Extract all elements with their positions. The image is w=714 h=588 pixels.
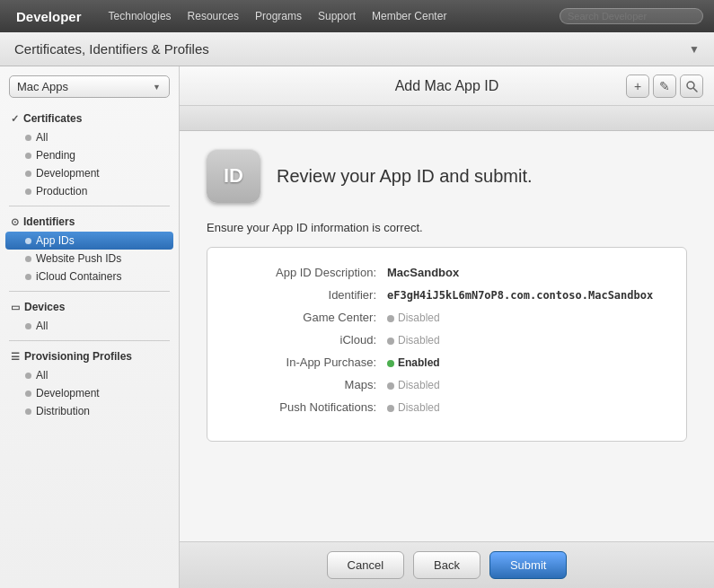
sidebar-section-identifiers[interactable]: ⊙ Identifiers — [0, 212, 179, 232]
sidebar-item-certs-all[interactable]: All — [0, 128, 179, 146]
label-game-center: Game Center: — [234, 311, 387, 324]
info-row-maps: Maps: Disabled — [234, 378, 659, 391]
content-footer: Cancel Back Submit — [180, 541, 714, 588]
svg-line-1 — [694, 88, 698, 92]
info-row-icloud: iCloud: Disabled — [234, 333, 659, 347]
content-area: Add Mac App ID + ✎ ID Revi — [180, 66, 714, 588]
brand-name: Developer — [16, 9, 82, 24]
sidebar-section-identifiers-label: Identifiers — [23, 215, 75, 228]
info-row-game-center: Game Center: Disabled — [234, 311, 659, 324]
label-in-app-purchase: In-App Purchase: — [234, 355, 387, 369]
submit-button[interactable]: Submit — [489, 551, 567, 579]
nav-technologies[interactable]: Technologies — [109, 10, 172, 22]
sub-header-title: Certificates, Identifiers & Profiles — [14, 41, 209, 57]
sidebar-item-profiles-distribution[interactable]: Distribution — [0, 402, 179, 420]
brand-logo: Developer — [11, 9, 82, 24]
info-row-identifier: Identifier: eF3gH4iJ5kL6mN7oP8.com.conto… — [234, 288, 659, 302]
content-body: ID Review your App ID and submit. Ensure… — [180, 131, 714, 541]
divider-1 — [9, 206, 170, 206]
value-in-app-purchase: Enabled — [387, 356, 440, 369]
content-title: Add Mac App ID — [395, 78, 499, 94]
back-button[interactable]: Back — [413, 551, 480, 579]
sidebar-section-certificates-label: Certificates — [23, 112, 82, 125]
value-description: MacSandbox — [387, 266, 459, 279]
sidebar-section-devices[interactable]: ▭ Devices — [0, 297, 179, 317]
nav-member-center[interactable]: Member Center — [372, 10, 446, 22]
sidebar-item-profiles-development[interactable]: Development — [0, 384, 179, 402]
label-identifier: Identifier: — [234, 288, 387, 302]
id-icon: ID — [207, 149, 260, 203]
value-icloud: Disabled — [387, 334, 440, 347]
info-row-push-notifications: Push Notifications: Disabled — [234, 400, 659, 414]
value-maps: Disabled — [387, 379, 440, 391]
cancel-button[interactable]: Cancel — [327, 551, 404, 579]
divider-3 — [9, 340, 170, 341]
sidebar-section-certificates[interactable]: ✓ Certificates — [0, 109, 179, 128]
status-dot-game-center — [387, 315, 394, 322]
header-actions: + ✎ — [626, 75, 703, 98]
search-input[interactable] — [560, 8, 703, 24]
info-row-in-app-purchase: In-App Purchase: Enabled — [234, 355, 659, 369]
sidebar-item-certs-pending[interactable]: Pending — [0, 146, 179, 164]
sidebar-item-website-push-ids[interactable]: Website Push IDs — [0, 250, 179, 268]
top-navigation: Developer Technologies Resources Program… — [0, 0, 714, 32]
edit-button[interactable]: ✎ — [653, 75, 676, 98]
provisioning-icon: ☰ — [11, 351, 20, 363]
label-maps: Maps: — [234, 378, 387, 391]
value-game-center: Disabled — [387, 312, 440, 324]
sidebar-section-provisioning-label: Provisioning Profiles — [24, 350, 132, 363]
sidebar-section-provisioning[interactable]: ☰ Provisioning Profiles — [0, 347, 179, 366]
nav-links: Technologies Resources Programs Support … — [109, 10, 447, 22]
sidebar-item-certs-production[interactable]: Production — [0, 182, 179, 200]
devices-icon: ▭ — [11, 302, 20, 313]
nav-support[interactable]: Support — [318, 10, 356, 22]
add-button[interactable]: + — [626, 75, 649, 98]
sidebar-item-certs-development[interactable]: Development — [0, 164, 179, 182]
review-header: ID Review your App ID and submit. — [207, 149, 687, 203]
info-card: App ID Description: MacSandbox Identifie… — [207, 247, 687, 442]
status-dot-push-notifications — [387, 405, 394, 412]
divider-2 — [9, 291, 170, 292]
sidebar-item-app-ids[interactable]: App IDs — [5, 232, 173, 250]
nav-resources[interactable]: Resources — [188, 10, 239, 22]
status-dot-in-app-purchase — [387, 360, 394, 367]
identifiers-icon: ⊙ — [11, 216, 19, 228]
status-dot-maps — [387, 382, 394, 390]
sidebar-item-profiles-all[interactable]: All — [0, 366, 179, 384]
sidebar-section-devices-label: Devices — [24, 301, 65, 313]
ensure-text: Ensure your App ID information is correc… — [207, 221, 687, 234]
review-title: Review your App ID and submit. — [277, 166, 533, 187]
progress-bar — [180, 106, 714, 131]
value-identifier: eF3gH4iJ5kL6mN7oP8.com.contoso.MacSandbo… — [387, 289, 653, 302]
svg-point-0 — [687, 82, 694, 89]
sidebar-item-devices-all[interactable]: All — [0, 317, 179, 335]
status-dot-icloud — [387, 338, 394, 345]
label-description: App ID Description: — [234, 266, 387, 279]
checkmark-icon: ✓ — [11, 113, 19, 125]
label-icloud: iCloud: — [234, 333, 387, 347]
platform-select[interactable]: Mac AppsiOS AppstvOS Apps — [9, 75, 170, 98]
sidebar-item-icloud-containers[interactable]: iCloud Containers — [0, 268, 179, 285]
sub-header-dropdown-arrow[interactable]: ▼ — [689, 43, 700, 56]
main-layout: Mac AppsiOS AppstvOS Apps ✓ Certificates… — [0, 66, 714, 588]
sidebar: Mac AppsiOS AppstvOS Apps ✓ Certificates… — [0, 66, 180, 588]
value-push-notifications: Disabled — [387, 401, 440, 414]
platform-dropdown-wrapper[interactable]: Mac AppsiOS AppstvOS Apps — [9, 75, 170, 98]
info-row-description: App ID Description: MacSandbox — [234, 266, 659, 279]
nav-programs[interactable]: Programs — [255, 10, 302, 22]
sub-header: Certificates, Identifiers & Profiles ▼ — [0, 32, 714, 66]
label-push-notifications: Push Notifications: — [234, 400, 387, 414]
search-button[interactable] — [680, 75, 703, 98]
content-header: Add Mac App ID + ✎ — [180, 66, 714, 106]
